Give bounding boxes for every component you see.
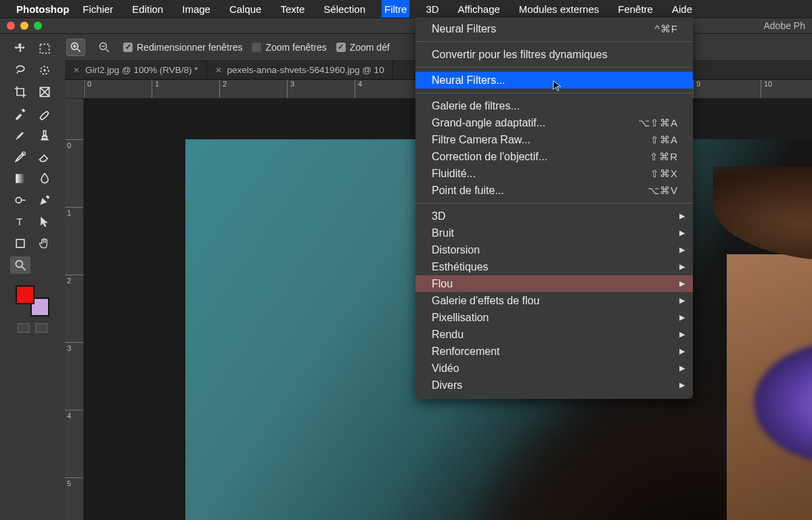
color-swatches[interactable] xyxy=(16,285,49,316)
traffic-light-close[interactable] xyxy=(7,22,15,30)
crop-tool-icon[interactable] xyxy=(10,83,30,101)
resize-windows-checkbox[interactable]: ✓Redimensionner fenêtres xyxy=(123,42,242,53)
zoom-tool-icon[interactable] xyxy=(10,256,30,274)
brush-tool-icon[interactable] xyxy=(10,126,30,144)
eraser-tool-icon[interactable] xyxy=(35,148,55,166)
zoom-def-checkbox[interactable]: ✓Zoom déf xyxy=(336,42,390,53)
zoom-windows-checkbox[interactable]: ✓Zoom fenêtres xyxy=(252,42,326,53)
menubar-item-3d[interactable]: 3D xyxy=(423,0,441,18)
hand-tool-icon[interactable] xyxy=(35,235,55,252)
menubar-item-fichier[interactable]: Fichier xyxy=(80,0,116,18)
quickmask-icon[interactable] xyxy=(18,323,30,333)
menubar-item-calque[interactable]: Calque xyxy=(227,0,265,18)
menu-item[interactable]: Point de fuite...⌥⌘V xyxy=(415,182,693,199)
menu-item-label: Grand-angle adaptatif... xyxy=(432,117,545,129)
ruler-tick: 9 xyxy=(693,80,700,98)
menu-item[interactable]: Renforcement xyxy=(415,343,693,360)
path-select-tool-icon[interactable] xyxy=(35,213,55,231)
menubar-item-selection[interactable]: Sélection xyxy=(321,0,368,18)
menu-item[interactable]: Pixellisation xyxy=(415,309,693,326)
menu-item[interactable]: Correction de l'objectif...⇧⌘R xyxy=(415,148,693,165)
ruler-tick: 1 xyxy=(65,207,83,217)
menubar-item-edition[interactable]: Edition xyxy=(129,0,166,18)
menu-item[interactable]: 3D xyxy=(415,208,693,224)
menu-item[interactable]: Divers xyxy=(415,377,693,394)
tab-label: Girl2.jpg @ 100% (RVB/8) * xyxy=(85,65,198,75)
gradient-tool-icon[interactable] xyxy=(10,170,30,187)
cursor-icon xyxy=(552,80,564,94)
macos-menubar: Photoshop Fichier Edition Image Calque T… xyxy=(0,0,812,18)
menu-item-shortcut: ^⌘F xyxy=(655,23,678,35)
quick-select-tool-icon[interactable] xyxy=(35,62,55,79)
blur-tool-icon[interactable] xyxy=(35,170,55,187)
menubar-item-image[interactable]: Image xyxy=(179,0,213,18)
menu-item[interactable]: Neural Filters^⌘F xyxy=(415,20,693,37)
ruler-tick: 4 xyxy=(355,80,362,98)
menubar-item-fenetre[interactable]: Fenêtre xyxy=(615,0,656,18)
menu-item-label: Neural Filters xyxy=(432,23,496,35)
menu-item[interactable]: Galerie d'effets de flou xyxy=(415,292,693,309)
menu-item-label: Galerie de filtres... xyxy=(432,100,520,112)
menu-item[interactable]: Convertir pour les filtres dynamiques xyxy=(415,46,693,63)
zoom-def-label: Zoom déf xyxy=(350,42,390,53)
menu-item-label: Filtre Camera Raw... xyxy=(432,134,531,146)
menu-item-label: 3D xyxy=(432,210,445,222)
menu-item[interactable]: Esthétiques xyxy=(415,258,693,275)
menu-item[interactable]: Filtre Camera Raw...⇧⌘A xyxy=(415,131,693,148)
window-title: Adobe Ph xyxy=(764,20,806,31)
stamp-tool-icon[interactable] xyxy=(35,126,55,144)
screen-mode-icons xyxy=(18,323,47,333)
shape-tool-icon[interactable] xyxy=(10,235,30,252)
eyedropper-tool-icon[interactable] xyxy=(10,105,30,122)
svg-text:T: T xyxy=(16,216,22,227)
menu-item-label: Convertir pour les filtres dynamiques xyxy=(432,49,608,61)
menu-item[interactable]: Rendu xyxy=(415,326,693,343)
menubar-item-modules[interactable]: Modules externes xyxy=(516,0,602,18)
frame-tool-icon[interactable] xyxy=(35,83,55,101)
pen-tool-icon[interactable] xyxy=(35,191,55,209)
healing-brush-tool-icon[interactable] xyxy=(35,105,55,122)
zoom-out-button[interactable] xyxy=(95,39,114,56)
menu-item[interactable]: Flou xyxy=(415,275,693,292)
marquee-tool-icon[interactable] xyxy=(35,40,55,57)
menu-item[interactable]: Grand-angle adaptatif...⌥⇧⌘A xyxy=(415,114,693,131)
svg-rect-16 xyxy=(16,174,24,183)
move-tool-icon[interactable] xyxy=(10,40,30,57)
menu-item[interactable]: Fluidité...⇧⌘X xyxy=(415,165,693,182)
menu-item-label: Neural Filters... xyxy=(432,74,505,87)
menu-item[interactable]: Vidéo xyxy=(415,360,693,377)
menubar-item-texte[interactable]: Texte xyxy=(277,0,307,18)
zoom-in-button[interactable] xyxy=(66,39,85,56)
foreground-color-swatch[interactable] xyxy=(16,285,35,304)
history-brush-tool-icon[interactable] xyxy=(10,148,30,166)
menu-item[interactable]: Distorsion xyxy=(415,241,693,258)
menu-item-label: Distorsion xyxy=(432,244,480,256)
menu-item-shortcut: ⌥⇧⌘A xyxy=(638,117,678,129)
vertical-ruler[interactable]: 0123456 xyxy=(65,99,84,520)
svg-point-11 xyxy=(43,69,45,71)
dodge-tool-icon[interactable] xyxy=(10,191,30,209)
screenmode-icon[interactable] xyxy=(35,323,47,333)
zoom-windows-label: Zoom fenêtres xyxy=(265,42,326,53)
tab-label: pexels-anna-shvets-5641960.jpg @ 10 xyxy=(227,65,384,75)
menu-item[interactable]: Galerie de filtres... xyxy=(415,97,693,114)
menu-item-label: Divers xyxy=(432,379,462,392)
document-tab[interactable]: ✕ pexels-anna-shvets-5641960.jpg @ 10 xyxy=(207,61,393,79)
type-tool-icon[interactable]: T xyxy=(10,213,30,231)
document-tab[interactable]: ✕ Girl2.jpg @ 100% (RVB/8) * xyxy=(65,61,207,79)
close-tab-icon[interactable]: ✕ xyxy=(73,66,80,75)
menubar-item-aide[interactable]: Aide xyxy=(669,0,695,18)
menu-item[interactable]: Bruit xyxy=(415,224,693,241)
traffic-light-minimize[interactable] xyxy=(20,22,28,30)
menubar-item-affichage[interactable]: Affichage xyxy=(455,0,503,18)
filtre-menu-dropdown: Neural Filters^⌘FConvertir pour les filt… xyxy=(415,18,693,399)
ruler-corner xyxy=(65,80,84,99)
lasso-tool-icon[interactable] xyxy=(10,62,30,79)
ruler-tick: 10 xyxy=(761,80,772,98)
close-tab-icon[interactable]: ✕ xyxy=(215,66,222,75)
menu-item-label: Vidéo xyxy=(432,362,459,375)
menu-item-label: Fluidité... xyxy=(432,168,476,180)
menubar-item-filtre[interactable]: Filtre xyxy=(382,0,409,18)
traffic-light-zoom[interactable] xyxy=(34,22,42,30)
app-name[interactable]: Photoshop xyxy=(16,3,69,15)
